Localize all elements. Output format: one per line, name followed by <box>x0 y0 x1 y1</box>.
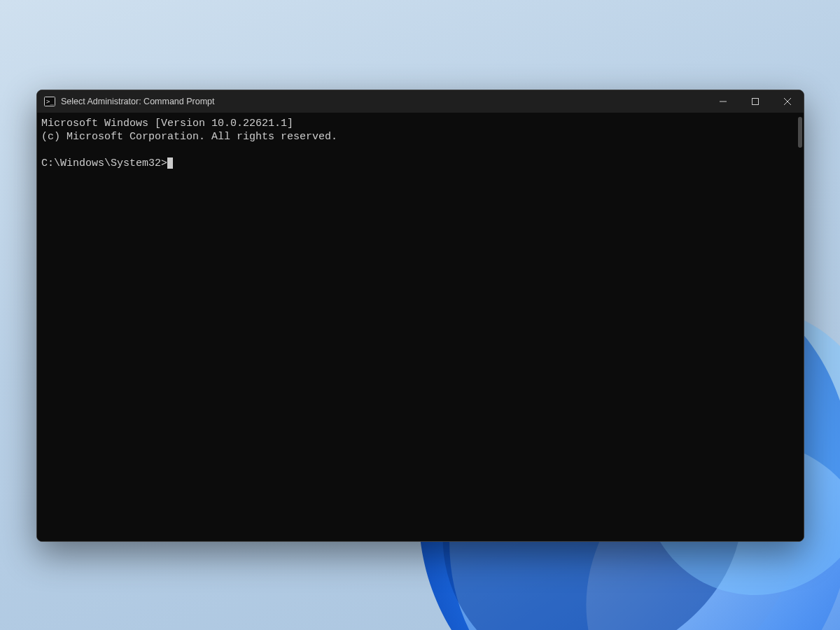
maximize-button[interactable] <box>739 90 771 113</box>
titlebar[interactable]: >_ Select Administrator: Command Prompt <box>37 90 804 113</box>
scrollbar-thumb[interactable] <box>798 117 802 148</box>
terminal-line-version: Microsoft Windows [Version 10.0.22621.1] <box>41 118 293 130</box>
terminal-output-area[interactable]: Microsoft Windows [Version 10.0.22621.1]… <box>37 113 804 541</box>
command-prompt-window[interactable]: >_ Select Administrator: Command Prompt <box>36 90 804 542</box>
svg-rect-3 <box>752 99 759 105</box>
terminal-prompt: C:\Windows\System32> <box>41 158 167 169</box>
window-title: Select Administrator: Command Prompt <box>61 97 215 106</box>
svg-text:>_: >_ <box>46 98 54 105</box>
window-controls <box>707 90 804 113</box>
cmd-app-icon: >_ <box>44 96 55 107</box>
desktop-background: >_ Select Administrator: Command Prompt <box>0 0 840 630</box>
minimize-button[interactable] <box>707 90 739 113</box>
terminal-line-copyright: (c) Microsoft Corporation. All rights re… <box>41 131 337 143</box>
close-button[interactable] <box>771 90 804 113</box>
terminal-cursor <box>167 158 173 169</box>
